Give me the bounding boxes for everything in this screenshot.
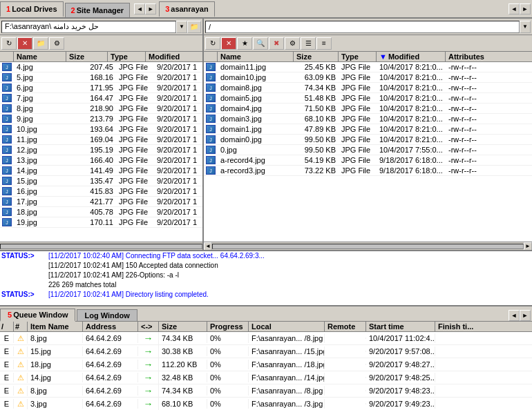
right-tb-bookmark[interactable]: ★ <box>237 37 252 50</box>
left-file-row[interactable]: J 4.jpg 207.45 JPG File 9/20/2017 1 <box>0 62 202 72</box>
right-nav-prev[interactable]: ◄ <box>509 3 520 14</box>
status-row: 226 269 matches total <box>0 280 532 290</box>
right-file-row[interactable]: J domain4.jpg 71.50 KB JPG File 10/4/201… <box>204 104 532 114</box>
col-header-name-left[interactable] <box>0 52 14 61</box>
right-address-input[interactable] <box>205 21 520 33</box>
right-file-row[interactable]: J domain0.jpg 99.50 KB JPG File 10/4/201… <box>204 135 532 145</box>
queue-col-direction[interactable]: <-> <box>138 322 159 331</box>
col-header-modified[interactable]: Modified <box>146 52 194 61</box>
col-header-right-icon <box>204 52 218 61</box>
queue-row[interactable]: E ⚠ 14.jpg 64.64.2.69 → 32.48 KB 0% F:\a… <box>0 371 532 384</box>
tab-num-2: 2 <box>71 6 75 14</box>
left-file-row[interactable]: J 13.jpg 166.40 JPG File 9/20/2017 1 <box>0 155 202 166</box>
right-file-row[interactable]: J a-record3.jpg 73.22 KB JPG File 9/18/2… <box>204 166 532 176</box>
tab-asanrayan[interactable]: 3 asanrayan <box>159 1 215 17</box>
right-tb-more[interactable]: ⚙ <box>285 37 300 50</box>
right-file-row[interactable]: J 0.jpg 99.50 KB JPG File 10/4/2017 7:55… <box>204 145 532 155</box>
queue-col-local[interactable]: Local <box>249 322 325 331</box>
left-file-row[interactable]: J 8.jpg 218.90 JPG File 9/20/2017 1 <box>0 104 202 114</box>
left-file-row[interactable]: J 15.jpg 135.47 JPG File 9/20/2017 1 <box>0 176 202 186</box>
status-row: STATUS:> [11/2/2017 10:02:40 AM] Connect… <box>0 251 532 261</box>
col-header-right-modified[interactable]: ▼ Modified <box>377 52 446 61</box>
left-file-row[interactable]: J 17.jpg 421.77 JPG File 9/20/2017 1 <box>0 197 202 207</box>
right-tb-refresh[interactable]: ↻ <box>205 37 220 50</box>
left-file-row[interactable]: J 10.jpg 193.64 JPG File 9/20/2017 1 <box>0 124 202 135</box>
right-file-row[interactable]: J domain11.jpg 25.45 KB JPG File 10/4/20… <box>204 62 532 72</box>
col-header-right-attrs[interactable]: Attributes <box>446 52 524 61</box>
status-pane: STATUS:> [11/2/2017 10:02:40 AM] Connect… <box>0 250 532 306</box>
queue-col-hash[interactable]: # <box>14 322 28 331</box>
tab-queue-label: Queue Window <box>13 311 68 319</box>
tab-log-window[interactable]: Log Window <box>77 309 137 321</box>
queue-col-size[interactable]: Size <box>159 322 207 331</box>
left-addr-go[interactable]: 📁 <box>187 21 201 33</box>
queue-col-item-name[interactable]: Item Name <box>28 322 83 331</box>
col-header-size[interactable]: Size <box>66 52 108 61</box>
queue-row[interactable]: E ⚠ 15.jpg 64.64.2.69 → 30.38 KB 0% F:\a… <box>0 345 532 358</box>
left-file-row[interactable]: J 16.jpg 415.83 JPG File 9/20/2017 1 <box>0 186 202 197</box>
col-header-right-name[interactable]: Name <box>218 52 294 61</box>
queue-col-start[interactable]: Start time <box>366 322 435 331</box>
right-addr-dropdown[interactable]: ▼ <box>520 21 531 33</box>
left-tb-refresh[interactable]: ↻ <box>1 37 17 50</box>
left-file-row[interactable]: J 18.jpg 405.78 JPG File 9/20/2017 1 <box>0 207 202 217</box>
tab-local-drives-label: Local Drives <box>12 5 57 13</box>
right-horiz-right[interactable]: ► <box>524 242 532 251</box>
tab-site-manager-label: Site Manager <box>77 6 124 14</box>
left-addr-dropdown[interactable]: ▼ <box>176 21 187 33</box>
right-file-row[interactable]: J domain1.jpg 47.89 KB JPG File 10/4/201… <box>204 124 532 135</box>
tab-num-5: 5 <box>8 311 12 319</box>
tab-queue-window[interactable]: 5 Queue Window <box>0 309 75 322</box>
status-row: [11/2/2017 10:02:41 AM] 226-Options: -a … <box>0 271 532 280</box>
left-address-input[interactable] <box>1 21 176 33</box>
left-file-row[interactable]: J 5.jpg 168.16 JPG File 9/20/2017 1 <box>0 72 202 83</box>
col-header-right-size[interactable]: Size <box>294 52 339 61</box>
queue-row[interactable]: E ⚠ 8.jpg 64.64.2.69 → 74.34 KB 0% F:\as… <box>0 332 532 345</box>
bottom-nav-next[interactable]: ► <box>520 310 531 321</box>
queue-col-remote[interactable]: Remote <box>325 322 366 331</box>
queue-col-progress[interactable]: Progress <box>207 322 249 331</box>
left-file-row[interactable]: J 9.jpg 213.79 JPG File 9/20/2017 1 <box>0 114 202 124</box>
right-tb-delete[interactable]: ✕ <box>221 37 236 50</box>
queue-col-address[interactable]: Address <box>83 322 138 331</box>
queue-row[interactable]: E ⚠ 8.jpg 64.64.2.69 → 74.34 KB 0% F:\as… <box>0 384 532 398</box>
left-tb-delete[interactable]: ✕ <box>17 37 32 50</box>
queue-col-finish[interactable]: Finish ti... <box>435 322 532 331</box>
right-file-row[interactable]: J domain5.jpg 51.48 KB JPG File 10/4/201… <box>204 93 532 104</box>
queue-row[interactable]: E ⚠ 3.jpg 64.64.2.69 → 68.10 KB 0% F:\as… <box>0 398 532 410</box>
right-file-row[interactable]: J domain8.jpg 74.34 KB JPG File 10/4/201… <box>204 83 532 93</box>
left-tb-more[interactable]: ⚙ <box>49 37 64 50</box>
right-tb-view-list[interactable]: ☰ <box>301 37 316 50</box>
right-nav-next[interactable]: ► <box>520 3 531 14</box>
right-tb-view-detail[interactable]: ≡ <box>316 37 332 50</box>
right-file-row[interactable]: J domain3.jpg 68.10 KB JPG File 10/4/201… <box>204 114 532 124</box>
col-header-type[interactable]: Type <box>108 52 146 61</box>
left-file-row[interactable]: J 12.jpg 195.19 JPG File 9/20/2017 1 <box>0 145 202 155</box>
tab-asanrayan-label: asanrayan <box>171 5 208 13</box>
tab-log-label: Log Window <box>84 311 129 320</box>
status-row: [11/2/2017 10:02:41 AM] 150 Accepted dat… <box>0 261 532 271</box>
tab-site-manager[interactable]: 2 Site Manager <box>65 3 131 17</box>
tab-local-drives[interactable]: 1 Local Drives <box>0 1 64 17</box>
status-row: STATUS:> [11/2/2017 10:02:41 AM] Directo… <box>0 290 532 300</box>
left-file-row[interactable]: J 14.jpg 141.49 JPG File 9/20/2017 1 <box>0 166 202 176</box>
right-file-row[interactable]: J a-record4.jpg 54.19 KB JPG File 9/18/2… <box>204 155 532 166</box>
left-file-row[interactable]: J 11.jpg 169.04 JPG File 9/20/2017 1 <box>0 135 202 145</box>
left-file-row[interactable]: J 7.jpg 164.47 JPG File 9/20/2017 1 <box>0 93 202 104</box>
right-file-row[interactable]: J domain10.jpg 63.09 KB JPG File 10/4/20… <box>204 72 532 83</box>
left-nav-prev[interactable]: ◄ <box>134 3 145 14</box>
right-tb-search[interactable]: 🔍 <box>253 37 268 50</box>
tab-num-1: 1 <box>6 5 10 13</box>
left-nav-next[interactable]: ► <box>145 3 156 14</box>
col-header-name[interactable]: Name <box>14 52 66 61</box>
queue-row[interactable]: E ⚠ 18.jpg 64.64.2.69 → 112.20 KB 0% F:\… <box>0 358 532 371</box>
col-header-right-type[interactable]: Type <box>339 52 377 61</box>
bottom-nav-prev[interactable]: ◄ <box>509 310 520 321</box>
right-tb-disconnect[interactable]: ✖ <box>269 37 284 50</box>
queue-col-slash[interactable]: / <box>0 322 14 331</box>
right-horiz-left[interactable]: ◄ <box>204 242 212 251</box>
left-file-row[interactable]: J 19.jpg 170.11 JPG File 9/20/2017 1 <box>0 217 202 228</box>
left-tb-mkdir[interactable]: 📁 <box>33 37 48 50</box>
tab-num-3: 3 <box>165 5 169 13</box>
left-file-row[interactable]: J 6.jpg 171.95 JPG File 9/20/2017 1 <box>0 83 202 93</box>
